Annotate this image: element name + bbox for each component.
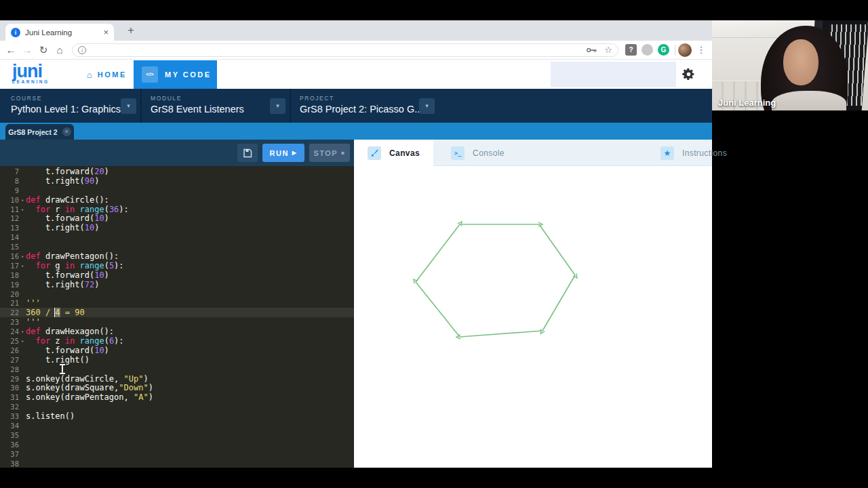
fold-arrow-icon[interactable]: ▾ <box>19 338 26 344</box>
code-line[interactable]: 23''' <box>0 317 354 327</box>
header-search-box[interactable] <box>551 62 676 87</box>
gutter-spacer <box>19 434 26 436</box>
code-line[interactable]: 22360 / 4 = 90 <box>0 308 354 317</box>
code-text: t.right(72) <box>26 280 99 289</box>
code-line[interactable]: 34 <box>0 421 354 430</box>
code-line[interactable]: 27 t.right() <box>0 355 354 365</box>
code-line[interactable]: 25▾ for z in range(6): <box>0 336 354 346</box>
forward-icon[interactable]: → <box>19 44 35 56</box>
line-number: 35 <box>0 431 19 439</box>
line-number: 28 <box>0 365 19 373</box>
line-number: 29 <box>0 375 19 383</box>
save-button[interactable] <box>237 144 258 162</box>
code-line[interactable]: 11▾ for r in range(36): <box>0 205 354 214</box>
code-line[interactable]: 37 <box>0 449 354 459</box>
extension-help-icon[interactable]: ? <box>625 44 637 56</box>
code-line[interactable]: 8 t.right(90) <box>0 176 354 186</box>
stop-label: STOP <box>313 149 338 157</box>
code-line[interactable]: 16▾def drawPentagon(): <box>0 251 354 261</box>
profile-avatar[interactable] <box>678 43 692 57</box>
module-dropdown-arrow-icon[interactable]: ▾ <box>270 98 285 114</box>
line-number: 14 <box>0 233 19 241</box>
refresh-icon[interactable]: ↻ <box>35 44 52 56</box>
close-tab-icon[interactable]: × <box>103 27 108 37</box>
grammarly-icon[interactable]: G <box>658 44 669 56</box>
new-tab-button[interactable]: + <box>123 24 138 37</box>
line-number: 36 <box>0 441 19 449</box>
code-line[interactable]: 33s.listen() <box>0 411 354 421</box>
code-text: t.right(10) <box>26 223 99 232</box>
module-dropdown[interactable]: MODULE GrS8 Event Listeners <box>151 89 244 123</box>
password-key-icon[interactable] <box>587 47 597 54</box>
gutter-spacer <box>19 180 26 182</box>
bookmark-star-icon[interactable]: ☆ <box>604 45 612 55</box>
juni-logo[interactable]: juni LEARNING <box>12 63 50 84</box>
extension-circle-icon[interactable] <box>642 44 653 56</box>
code-line[interactable]: 14 <box>0 232 354 242</box>
code-line[interactable]: 26 t.forward(10) <box>0 346 354 355</box>
code-line[interactable]: 13 t.right(10) <box>0 223 354 232</box>
gutter-spacer <box>19 415 26 417</box>
code-line[interactable]: 9 <box>0 186 354 195</box>
code-line[interactable]: 30s.onkey(drawSquare,"Down") <box>0 383 354 392</box>
tab-instructions[interactable]: ★ Instructions <box>647 140 741 166</box>
page-info-icon[interactable]: i <box>78 46 86 54</box>
code-line[interactable]: 19 t.right(72) <box>0 280 354 289</box>
home-icon[interactable]: ⌂ <box>52 44 68 56</box>
stop-button[interactable]: STOP ■ <box>309 144 350 162</box>
tab-canvas[interactable]: Canvas <box>354 140 433 166</box>
project-dropdown-arrow-icon[interactable]: ▾ <box>419 98 435 114</box>
code-line[interactable]: 20 <box>0 289 354 299</box>
tab-console[interactable]: >_ Console <box>437 140 518 166</box>
code-line[interactable]: 31s.onkey(drawPentagon, "A") <box>0 392 354 402</box>
webcam-name-label: Juni Learning <box>715 97 778 108</box>
code-line[interactable]: 28 <box>0 365 354 374</box>
gutter-spacer <box>19 302 26 304</box>
file-tab-close-icon[interactable]: × <box>62 127 71 136</box>
code-line[interactable]: 12 t.forward(10) <box>0 214 354 223</box>
run-label: RUN <box>270 149 289 157</box>
course-dropdown[interactable]: COURSE Python Level 1: Graphics ... <box>11 89 132 123</box>
code-editor[interactable]: RUN ▶ STOP ■ 7 t.forward(20)8 t.right(90… <box>0 140 354 468</box>
nav-home[interactable]: ⌂ HOME <box>87 60 127 89</box>
line-number: 22 <box>0 308 19 317</box>
fold-arrow-icon[interactable]: ▾ <box>19 197 26 203</box>
code-line[interactable]: 21''' <box>0 298 354 308</box>
turtle-canvas[interactable] <box>354 167 712 468</box>
code-line[interactable]: 10▾def drawCircle(): <box>0 195 354 205</box>
line-number: 27 <box>0 356 19 364</box>
juni-favicon-icon: i <box>11 28 20 37</box>
line-number: 31 <box>0 393 19 401</box>
file-tab[interactable]: GrS8 Project 2 × <box>5 124 74 140</box>
terminal-icon: >_ <box>451 146 465 160</box>
panel-tab-bar: Canvas >_ Console ★ Instructions <box>354 140 712 166</box>
code-line[interactable]: 18 t.forward(10) <box>0 270 354 280</box>
back-icon[interactable]: ← <box>3 44 19 56</box>
browser-tab[interactable]: i Juni Learning × <box>5 24 114 41</box>
code-line[interactable]: 38 <box>0 459 354 468</box>
code-line[interactable]: 15 <box>0 242 354 251</box>
nav-my-code[interactable]: </> MY CODE <box>134 60 217 89</box>
fold-arrow-icon[interactable]: ▾ <box>19 262 26 269</box>
fold-arrow-icon[interactable]: ▾ <box>19 206 26 213</box>
code-lines[interactable]: 7 t.forward(20)8 t.right(90)910▾def draw… <box>0 166 354 468</box>
fold-arrow-icon[interactable]: ▾ <box>19 253 26 260</box>
webcam-person-face <box>783 39 818 85</box>
browser-window: i Juni Learning × + ← → ↻ ⌂ i ☆ ? G ⋮ <box>0 20 712 468</box>
code-line[interactable]: 24▾def drawHexagon(): <box>0 327 354 336</box>
run-button[interactable]: RUN ▶ <box>262 144 304 162</box>
fold-arrow-icon[interactable]: ▾ <box>19 328 26 335</box>
address-bar[interactable]: i ☆ <box>72 43 618 57</box>
code-line[interactable]: 7 t.forward(20) <box>0 167 354 176</box>
settings-gear-icon[interactable] <box>682 67 696 81</box>
code-line[interactable]: 29s.onkey(drawCircle, "Up") <box>0 374 354 384</box>
code-line[interactable]: 35 <box>0 430 354 440</box>
course-dropdown-arrow-icon[interactable]: ▾ <box>121 98 136 114</box>
browser-menu-icon[interactable]: ⋮ <box>695 45 707 55</box>
code-line[interactable]: 36 <box>0 440 354 449</box>
project-dropdown[interactable]: PROJECT GrS8 Project 2: Picasso G... <box>300 89 422 123</box>
line-number: 32 <box>0 403 19 411</box>
line-number: 21 <box>0 299 19 307</box>
code-line[interactable]: 32 <box>0 402 354 411</box>
code-line[interactable]: 17▾ for g in range(5): <box>0 261 354 270</box>
